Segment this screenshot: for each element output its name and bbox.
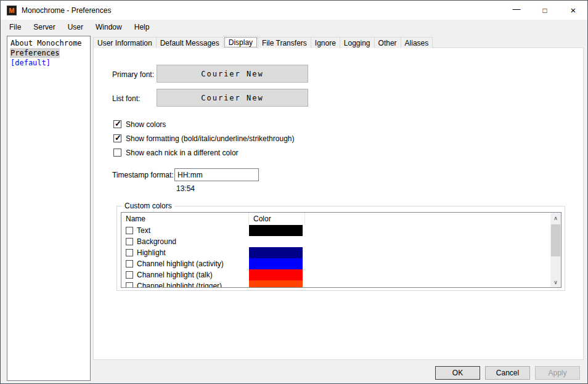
maximize-button[interactable]: □	[531, 1, 559, 20]
nick-color-checkbox[interactable]	[113, 149, 121, 157]
custom-colors-list: Name Color Text Background	[121, 212, 561, 288]
row-checkbox[interactable]	[126, 249, 133, 256]
sidebar-item-label: [default]	[10, 58, 51, 68]
show-formatting-checkbox-row[interactable]: Show formatting (bold/italic/underline/s…	[113, 134, 294, 143]
tab-user-information[interactable]: User Information	[93, 37, 157, 48]
window-controls: — □ ×	[502, 1, 587, 20]
row-checkbox[interactable]	[126, 227, 133, 234]
color-row-name: Text	[137, 226, 150, 235]
nick-color-checkbox-row[interactable]: Show each nick in a different color	[113, 148, 239, 157]
menu-window[interactable]: Window	[89, 21, 128, 33]
scrollbar-thumb[interactable]	[551, 224, 560, 256]
show-colors-checkbox-row[interactable]: Show colors	[113, 120, 166, 129]
tab-other[interactable]: Other	[374, 37, 401, 48]
nick-color-label: Show each nick in a different color	[126, 149, 239, 157]
color-row-highlight[interactable]: Highlight	[121, 247, 561, 258]
sidebar-item-about[interactable]: About Monochrome	[7, 38, 90, 48]
scroll-down-icon[interactable]: ∨	[550, 277, 561, 287]
show-formatting-checkbox[interactable]	[113, 134, 121, 142]
timestamp-format-input[interactable]	[174, 168, 259, 181]
show-colors-checkbox[interactable]	[113, 120, 121, 128]
color-swatch[interactable]	[249, 247, 303, 258]
custom-colors-group-label: Custom colors	[122, 202, 174, 210]
main-area: User Information Default Messages Displa…	[93, 36, 584, 360]
color-swatch[interactable]	[249, 269, 303, 280]
minimize-button[interactable]: —	[502, 1, 531, 20]
ok-button[interactable]: OK	[435, 366, 480, 380]
row-checkbox[interactable]	[126, 282, 133, 288]
timestamp-format-label: Timestamp format:	[112, 171, 174, 179]
maximize-icon: □	[542, 6, 547, 15]
sidebar-item-label: Preferences	[10, 48, 60, 58]
list-font-label: List font:	[112, 94, 140, 103]
color-swatch[interactable]	[249, 280, 303, 288]
primary-font-button[interactable]: Courier New	[157, 65, 308, 83]
cancel-button[interactable]: Cancel	[485, 366, 530, 380]
preferences-window: Monochrome - Preferences — □ × File Serv…	[0, 0, 588, 384]
color-row-name: Background	[137, 237, 176, 246]
tab-strip: User Information Default Messages Displa…	[93, 36, 584, 48]
tab-ignore[interactable]: Ignore	[311, 37, 340, 48]
titlebar: Monochrome - Preferences — □ ×	[1, 1, 587, 20]
tab-display[interactable]: Display	[223, 36, 258, 49]
column-header-color[interactable]: Color	[249, 213, 305, 225]
menu-user[interactable]: User	[62, 21, 89, 33]
menu-file[interactable]: File	[3, 21, 27, 33]
window-title: Monochrome - Preferences	[22, 6, 111, 15]
close-button[interactable]: ×	[559, 1, 587, 20]
row-checkbox[interactable]	[126, 238, 133, 245]
scroll-up-icon[interactable]: ∧	[550, 213, 561, 223]
sidebar-item-label: About Monochrome	[10, 38, 83, 48]
color-swatch[interactable]	[249, 236, 303, 247]
color-row-name: Highlight	[137, 248, 166, 257]
color-row-name: Channel highlight (trigger)	[137, 282, 222, 288]
sidebar-item-preferences[interactable]: Preferences	[7, 48, 90, 58]
custom-colors-groupbox: Custom colors Name Color Text Background	[116, 206, 565, 291]
color-row-channel-activity[interactable]: Channel highlight (activity)	[121, 258, 561, 269]
menu-help[interactable]: Help	[128, 21, 156, 33]
tab-default-messages[interactable]: Default Messages	[156, 37, 224, 48]
vertical-scrollbar[interactable]: ∧ ∨	[550, 213, 561, 287]
display-tab-panel: Primary font: Courier New List font: Cou…	[93, 47, 584, 360]
close-icon: ×	[571, 5, 576, 15]
tab-file-transfers[interactable]: File Transfers	[258, 37, 311, 48]
color-row-background[interactable]: Background	[121, 236, 561, 247]
sidebar-item-default[interactable]: [default]	[7, 58, 90, 68]
primary-font-label: Primary font:	[112, 70, 154, 79]
tab-logging[interactable]: Logging	[340, 37, 375, 48]
minimize-icon: —	[513, 4, 521, 14]
list-font-button[interactable]: Courier New	[157, 89, 308, 107]
timestamp-preview: 13:54	[176, 184, 195, 193]
row-checkbox[interactable]	[126, 260, 133, 268]
row-checkbox[interactable]	[126, 271, 133, 279]
color-row-channel-talk[interactable]: Channel highlight (talk)	[121, 269, 561, 280]
show-formatting-label: Show formatting (bold/italic/underline/s…	[126, 134, 294, 143]
list-header: Name Color	[121, 213, 561, 225]
column-header-name[interactable]: Name	[121, 213, 249, 225]
menu-server[interactable]: Server	[27, 21, 61, 33]
apply-button: Apply	[535, 366, 580, 380]
color-swatch[interactable]	[249, 258, 303, 269]
color-swatch[interactable]	[249, 225, 303, 236]
color-row-channel-trigger[interactable]: Channel highlight (trigger)	[121, 280, 561, 288]
show-colors-label: Show colors	[126, 120, 166, 129]
color-row-name: Channel highlight (activity)	[137, 259, 224, 268]
sidebar-list: About Monochrome Preferences [default]	[7, 36, 91, 381]
menubar: File Server User Window Help	[1, 20, 587, 35]
color-row-name: Channel highlight (talk)	[137, 271, 213, 279]
tab-aliases[interactable]: Aliases	[401, 37, 433, 48]
app-icon	[7, 6, 17, 15]
color-row-text[interactable]: Text	[121, 225, 561, 236]
